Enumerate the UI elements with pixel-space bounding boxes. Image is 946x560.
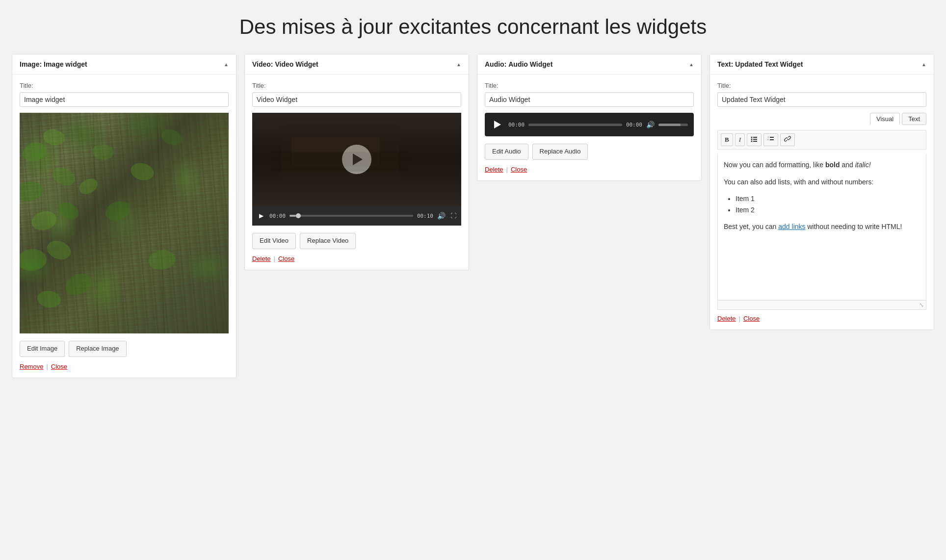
video-widget-header: Video: Video Widget ▲ (245, 54, 469, 75)
image-title-input[interactable] (20, 92, 229, 107)
audio-widget-title: Audio: Audio Widget (485, 60, 552, 68)
toolbar-bold-button[interactable]: B (721, 133, 733, 146)
image-preview (20, 113, 229, 333)
video-link-separator: | (274, 255, 275, 262)
image-title-label: Title: (20, 82, 229, 89)
image-widget-type: Image: (20, 60, 42, 68)
text-content-p3-post: without needing to write HTML! (806, 223, 902, 230)
audio-title-label: Title: (485, 82, 694, 89)
audio-action-buttons: Edit Audio Replace Audio (485, 144, 694, 159)
image-widget: Image: Image widget ▲ Title: (12, 54, 236, 378)
image-remove-link[interactable]: Remove (20, 363, 43, 370)
toolbar-ordered-list-button[interactable]: 1. 2. (763, 133, 778, 146)
image-action-buttons: Edit Image Replace Image (20, 341, 229, 356)
svg-line-3 (123, 113, 128, 333)
audio-widget: Audio: Audio Widget ▲ Title: 00:00 00:00… (477, 54, 702, 180)
image-close-link[interactable]: Close (51, 363, 67, 370)
text-content-link[interactable]: add links (778, 223, 805, 230)
svg-point-9 (29, 208, 59, 233)
text-widget-collapse-icon[interactable]: ▲ (921, 62, 926, 67)
toolbar-italic-button[interactable]: I (735, 133, 745, 146)
svg-point-17 (103, 198, 133, 224)
video-action-buttons: Edit Video Replace Video (252, 233, 461, 249)
video-progress-fill (289, 215, 296, 217)
replace-audio-button[interactable]: Replace Audio (532, 144, 588, 159)
text-resize-handle[interactable]: ⤡ (717, 301, 926, 310)
audio-link-separator: | (506, 166, 508, 173)
svg-text:2.: 2. (767, 138, 769, 141)
audio-widget-type: Audio: (485, 60, 506, 68)
text-content-and: and (840, 161, 855, 169)
text-content-p3-pre: Best yet, you can (724, 223, 778, 230)
audio-widget-header: Audio: Audio Widget ▲ (477, 54, 701, 75)
audio-delete-link[interactable]: Delete (485, 166, 503, 173)
audio-widget-collapse-icon[interactable]: ▲ (689, 62, 694, 67)
text-content-p1: Now you can add formatting, like bold an… (724, 159, 920, 170)
toolbar-unordered-list-button[interactable] (747, 133, 762, 146)
video-close-link[interactable]: Close (278, 255, 294, 262)
video-widget-name: Video Widget (275, 60, 318, 68)
toolbar-link-button[interactable] (780, 133, 795, 146)
page-title: Des mises à jour excitantes concernant l… (10, 15, 936, 39)
audio-title-input[interactable] (485, 92, 694, 107)
video-progress-bar[interactable] (289, 215, 413, 217)
video-main-area (252, 113, 461, 206)
svg-point-20 (159, 126, 185, 149)
video-widget: Video: Video Widget ▲ Title: (244, 54, 469, 270)
widgets-row: Image: Image widget ▲ Title: (12, 54, 934, 378)
audio-widget-name: Audio Widget (508, 60, 552, 68)
svg-line-4 (157, 113, 164, 333)
replace-video-button[interactable]: Replace Video (300, 233, 356, 249)
audio-progress-bar[interactable] (528, 124, 622, 126)
svg-rect-23 (272, 152, 409, 172)
audio-volume-icon[interactable]: 🔊 (646, 121, 655, 128)
svg-point-19 (147, 248, 177, 272)
video-title-input[interactable] (252, 92, 461, 107)
text-delete-link[interactable]: Delete (717, 315, 736, 322)
video-title-label: Title: (252, 82, 461, 89)
video-widget-type: Video: (252, 60, 273, 68)
video-delete-link[interactable]: Delete (252, 255, 271, 262)
edit-audio-button[interactable]: Edit Audio (485, 144, 528, 159)
video-bg-svg (252, 113, 461, 226)
link-icon (784, 135, 791, 142)
video-widget-collapse-icon[interactable]: ▲ (456, 62, 461, 67)
audio-play-button[interactable] (491, 118, 504, 131)
edit-image-button[interactable]: Edit Image (20, 341, 65, 356)
video-widget-body: Title: ▶ 00:00 (245, 75, 469, 269)
image-widget-header: Image: Image widget ▲ (12, 54, 236, 75)
svg-point-11 (20, 248, 48, 272)
audio-time-current: 00:00 (508, 122, 525, 128)
text-title-input[interactable] (717, 92, 926, 107)
audio-volume-fill (658, 124, 681, 126)
image-widget-title: Image: Image widget (20, 60, 87, 68)
audio-close-link[interactable]: Close (511, 166, 527, 173)
text-content-area[interactable]: Now you can add formatting, like bold an… (717, 153, 926, 301)
svg-point-13 (62, 270, 95, 299)
text-toolbar: B I 1. 2. (717, 130, 926, 150)
audio-play-icon (494, 121, 501, 128)
replace-image-button[interactable]: Replace Image (69, 341, 126, 356)
svg-point-5 (20, 140, 49, 165)
image-widget-collapse-icon[interactable]: ▲ (224, 62, 229, 67)
image-widget-name: Image widget (44, 60, 87, 68)
text-title-label: Title: (717, 82, 926, 89)
text-content-bold: bold (825, 161, 840, 169)
svg-point-8 (50, 164, 78, 189)
image-svg-overlay (20, 113, 229, 333)
edit-video-button[interactable]: Edit Video (252, 233, 296, 249)
audio-link-row: Delete | Close (485, 166, 694, 173)
image-widget-body: Title: (12, 75, 236, 377)
tab-text[interactable]: Text (902, 113, 926, 125)
audio-player: 00:00 00:00 🔊 (485, 113, 694, 136)
svg-point-16 (92, 144, 115, 161)
svg-point-14 (36, 289, 62, 309)
text-content-list: Item 1 Item 2 (736, 193, 920, 215)
text-list-item1: Item 1 (736, 193, 920, 204)
audio-volume-bar[interactable] (658, 124, 688, 126)
svg-point-15 (77, 176, 101, 197)
text-close-link[interactable]: Close (743, 315, 760, 322)
tab-visual[interactable]: Visual (870, 113, 900, 125)
text-widget: Text: Updated Text Widget ▲ Title: Visua… (710, 54, 934, 330)
svg-point-28 (751, 141, 753, 142)
